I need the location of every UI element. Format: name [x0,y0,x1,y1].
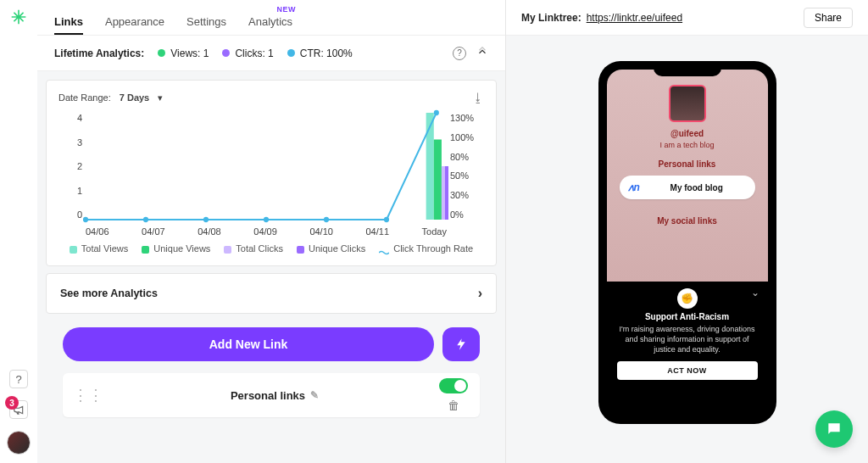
edit-title-icon[interactable]: ✎ [310,389,319,401]
chevron-right-icon: › [478,286,482,301]
lifetime-analytics-bar: Lifetime Analytics: Views: 1 Clicks: 1 C… [37,36,505,71]
svg-point-4 [83,217,88,222]
add-new-link-button[interactable]: Add New Link [63,327,434,361]
clicks-stat: Clicks: 1 [235,47,273,59]
ctr-stat: CTR: 100% [300,47,353,59]
svg-point-7 [264,217,269,222]
left-rail: ? 3 [0,0,37,463]
banner-title: Support Anti-Racism [617,312,758,321]
chat-fab[interactable] [815,410,853,448]
views-dot-icon [158,49,165,57]
mylinktree-label: My Linktree: [521,12,581,24]
user-avatar[interactable] [7,431,31,455]
mylinktree-url[interactable]: https://linktr.ee/uifeed [587,12,682,24]
section-social-links: My social links [657,216,717,226]
profile-tagline: I am a tech blog [659,141,714,149]
phone-preview: @uifeed I am a tech blog Personal links … [598,61,776,424]
chat-icon [826,421,843,438]
svg-point-9 [384,217,389,222]
new-tag: NEW [277,5,297,14]
date-range-chevron-icon[interactable]: ▾ [158,92,163,103]
delete-link-icon[interactable]: 🗑 [448,399,459,412]
chart-plot [86,113,447,220]
svg-point-6 [203,217,209,222]
chart-legend: Total Views Unique Views Total Clicks Un… [58,243,484,254]
svg-point-10 [434,110,439,115]
bolt-icon [454,336,468,353]
link-card-personal: ⋮⋮ Personal links ✎ 🗑 [63,373,480,417]
svg-point-5 [143,217,148,222]
x-axis-labels: 04/06 04/07 04/08 04/09 04/10 04/11 Toda… [86,226,447,237]
svg-rect-3 [445,166,448,220]
banner-collapse-icon[interactable]: ⌄ [751,287,760,298]
main-panel: Links Appearance Settings NEW Analytics … [37,0,505,463]
help-icon[interactable]: ? [9,370,28,388]
download-icon[interactable]: ⭳ [472,91,484,104]
tab-appearance[interactable]: Appearance [105,15,164,35]
y-axis-left: 4 3 2 1 0 [58,113,82,220]
preview-header: My Linktree: https://linktr.ee/uifeed Sh… [506,0,868,36]
main-tabs: Links Appearance Settings NEW Analytics [37,0,505,36]
svg-rect-0 [426,113,434,220]
svg-rect-11 [831,427,837,427]
banner-cta-button[interactable]: ACT NOW [617,361,758,380]
tab-settings[interactable]: Settings [186,15,226,35]
chart-card: Date Range: 7 Days ▾ ⭳ 4 3 2 1 0 130% 10… [46,80,497,266]
clicks-dot-icon [222,49,230,57]
profile-handle: @uifeed [670,129,704,138]
views-stat: Views: 1 [170,47,209,59]
announcements-icon[interactable]: 3 [9,400,28,419]
lifetime-analytics-label: Lifetime Analytics: [54,47,144,59]
date-range-value[interactable]: 7 Days [120,92,149,103]
tab-analytics[interactable]: NEW Analytics [248,15,292,35]
quick-add-button[interactable] [442,327,480,361]
svg-rect-2 [442,166,445,220]
share-button[interactable]: Share [804,8,853,28]
svg-point-8 [324,217,329,222]
phone-notch [654,61,721,76]
preview-panel: My Linktree: https://linktr.ee/uifeed Sh… [505,0,868,463]
linktree-logo-icon [10,8,27,28]
banner-desc: I'm raising awareness, driving donations… [617,324,758,354]
svg-rect-12 [831,428,836,429]
y-axis-right: 130% 100% 80% 50% 30% 0% [450,113,484,220]
section-personal-links: Personal links [659,159,716,169]
tab-links[interactable]: Links [54,15,83,35]
ctr-dot-icon [287,49,295,57]
banner-emblem-icon: ✊ [677,288,698,309]
chart-area: 4 3 2 1 0 130% 100% 80% 50% 30% 0% [58,109,484,237]
collapse-analytics-icon[interactable] [476,46,488,60]
announcements-badge: 3 [5,396,19,410]
link-card-title[interactable]: Personal links [231,389,305,402]
analytics-help-icon[interactable]: ? [453,47,466,60]
link-enabled-toggle[interactable] [439,378,468,393]
drag-handle-icon[interactable]: ⋮⋮ [66,386,110,404]
date-range-label: Date Range: [58,92,111,103]
see-more-analytics[interactable]: See more Analytics › [46,273,497,314]
svg-rect-1 [434,140,442,220]
link-favicon-icon: ʌn [628,181,640,193]
profile-avatar [669,85,706,122]
preview-link-foodblog[interactable]: ʌn My food blog [620,176,755,199]
